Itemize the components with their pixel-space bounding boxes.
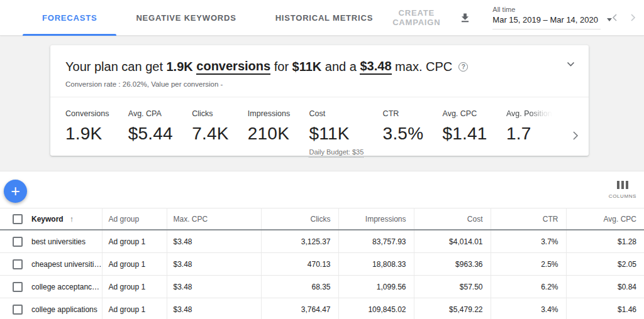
- plan-headline: Your plan can get 1.9K conversions for $…: [65, 59, 574, 75]
- topbar-controls: CREATE CAMPAIGN All time Mar 15, 2019 – …: [392, 6, 644, 30]
- metric-conversions: Conversions 1.9K: [65, 109, 109, 158]
- columns-button-label: COLUMNS: [609, 193, 636, 199]
- ad-group-cell: Ad group 1: [102, 298, 167, 319]
- avg-cpc-cell: $1.28: [566, 230, 644, 253]
- table-row: college acceptance r... Ad group 1 $3.48…: [0, 276, 644, 298]
- tab-forecasts[interactable]: FORECASTS: [23, 0, 116, 36]
- add-keywords-button[interactable]: +: [4, 180, 27, 203]
- max-cpc-cell: $3.48: [167, 253, 261, 276]
- ctr-cell: 6.2%: [491, 276, 566, 298]
- conversion-rate-subline: Conversion rate : 26.02%, Value per conv…: [65, 80, 574, 88]
- keyword-cell: best universities: [31, 237, 86, 246]
- ctr-cell: 2.5%: [491, 253, 566, 276]
- download-button[interactable]: [459, 12, 471, 24]
- help-icon[interactable]: ?: [458, 62, 468, 72]
- forecast-table: Keyword ↑ Ad group Max. CPC Clicks Impre…: [0, 208, 644, 319]
- table-row: best universities Ad group 1 $3.48 3,125…: [0, 230, 644, 253]
- ad-group-cell: Ad group 1: [102, 253, 167, 276]
- headline-cost-value: $11K: [292, 60, 322, 74]
- column-header-cost[interactable]: Cost: [414, 208, 491, 230]
- date-range-value: Mar 15, 2019 – Mar 14, 2020: [492, 15, 598, 24]
- impressions-cell: 109,845.02: [338, 298, 414, 319]
- column-header-clicks[interactable]: Clicks: [261, 208, 338, 230]
- table-header-row: Keyword ↑ Ad group Max. CPC Clicks Impre…: [0, 208, 644, 230]
- columns-icon: [617, 181, 628, 189]
- clicks-cell: 3,125.37: [261, 230, 338, 253]
- max-cpc-cell: $3.48: [167, 298, 261, 319]
- date-range-preset-label: All time: [492, 6, 601, 13]
- metric-ctr: CTR 3.5%: [383, 109, 424, 158]
- keyword-cell: college acceptance r...: [31, 283, 102, 291]
- cost-cell: $5,479.22: [414, 298, 491, 319]
- headline-conversions-value: 1.9K: [167, 60, 193, 74]
- max-cpc-cell: $3.48: [167, 276, 261, 298]
- card-collapse-button[interactable]: [567, 62, 575, 67]
- ctr-cell: 3.7%: [491, 230, 566, 253]
- max-cpc-link[interactable]: $3.48: [360, 59, 391, 75]
- tab-historical-metrics[interactable]: HISTORICAL METRICS: [256, 0, 392, 36]
- avg-cpc-cell: $1.46: [566, 298, 644, 319]
- download-icon: [459, 12, 471, 24]
- plus-icon: +: [11, 182, 20, 200]
- column-header-ctr[interactable]: CTR: [491, 208, 566, 230]
- tab-bar: FORECASTS NEGATIVE KEYWORDS HISTORICAL M…: [23, 0, 392, 36]
- tab-negative-keywords[interactable]: NEGATIVE KEYWORDS: [116, 0, 255, 36]
- forecast-summary-card: Your plan can get 1.9K conversions for $…: [50, 45, 589, 156]
- column-header-avg-cpc[interactable]: Avg. CPC: [566, 208, 644, 230]
- metrics-scroll-right-button[interactable]: [571, 129, 580, 142]
- columns-button[interactable]: COLUMNS: [609, 181, 636, 199]
- metrics-row: Conversions 1.9K Avg. CPA $5.44 Clicks 7…: [50, 97, 589, 158]
- column-header-keyword[interactable]: Keyword: [31, 215, 64, 224]
- metric-avg-position: Avg. Position 1.7: [506, 109, 552, 158]
- date-next-button[interactable]: [628, 12, 638, 23]
- column-header-ad-group[interactable]: Ad group: [102, 208, 167, 230]
- row-checkbox[interactable]: [13, 282, 23, 292]
- metric-avg-cpa: Avg. CPA $5.44: [128, 109, 173, 158]
- table-row: cheapest universities Ad group 1 $3.48 4…: [0, 253, 644, 276]
- impressions-cell: 1,099.56: [338, 276, 414, 298]
- impressions-cell: 83,757.93: [338, 230, 414, 253]
- chevron-left-icon: [611, 13, 618, 22]
- conversions-link[interactable]: conversions: [196, 59, 270, 75]
- avg-cpc-cell: $2.05: [566, 253, 644, 276]
- ad-group-cell: Ad group 1: [102, 276, 167, 298]
- chevron-right-icon: [572, 131, 579, 141]
- ctr-cell: 3.4%: [491, 298, 566, 319]
- create-campaign-button[interactable]: CREATE CAMPAIGN: [392, 8, 440, 27]
- table-row: college applications Ad group 1 $3.48 3,…: [0, 298, 644, 319]
- column-header-max-cpc[interactable]: Max. CPC: [167, 208, 261, 230]
- metric-impressions: Impressions 210K: [248, 109, 290, 158]
- ad-group-cell: Ad group 1: [102, 230, 167, 253]
- headline-text: Your plan can get: [65, 60, 167, 74]
- daily-budget-link[interactable]: Daily Budget: $35: [309, 148, 364, 158]
- clicks-cell: 68.35: [261, 276, 338, 298]
- max-cpc-cell: $3.48: [167, 230, 261, 253]
- row-checkbox[interactable]: [13, 305, 23, 315]
- sort-ascending-icon[interactable]: ↑: [70, 214, 74, 224]
- chevron-right-icon: [630, 13, 637, 22]
- column-header-impressions[interactable]: Impressions: [338, 208, 414, 230]
- row-checkbox[interactable]: [13, 237, 23, 247]
- clicks-cell: 470.13: [261, 253, 338, 276]
- keyword-cell: college applications: [31, 305, 97, 314]
- clicks-cell: 3,764.47: [261, 298, 338, 319]
- chevron-down-icon: [567, 62, 575, 67]
- row-checkbox[interactable]: [13, 259, 23, 269]
- top-bar: FORECASTS NEGATIVE KEYWORDS HISTORICAL M…: [0, 0, 644, 36]
- keywords-table-section: + COLUMNS Keyword ↑ Ad group Max. CPC Cl…: [0, 171, 644, 319]
- select-all-checkbox[interactable]: [13, 214, 23, 224]
- metric-clicks: Clicks 7.4K: [192, 109, 228, 158]
- metric-cost: Cost $11K Daily Budget: $35: [309, 109, 364, 158]
- avg-cpc-cell: $0.84: [566, 276, 644, 298]
- date-prev-button[interactable]: [609, 12, 619, 23]
- impressions-cell: 18,808.33: [338, 253, 414, 276]
- cost-cell: $57.50: [414, 276, 491, 298]
- cost-cell: $963.36: [414, 253, 491, 276]
- metric-avg-cpc: Avg. CPC $1.41: [443, 109, 487, 158]
- cost-cell: $4,014.01: [414, 230, 491, 253]
- keyword-cell: cheapest universities: [31, 260, 102, 269]
- date-range-picker[interactable]: All time Mar 15, 2019 – Mar 14, 2020: [492, 6, 601, 30]
